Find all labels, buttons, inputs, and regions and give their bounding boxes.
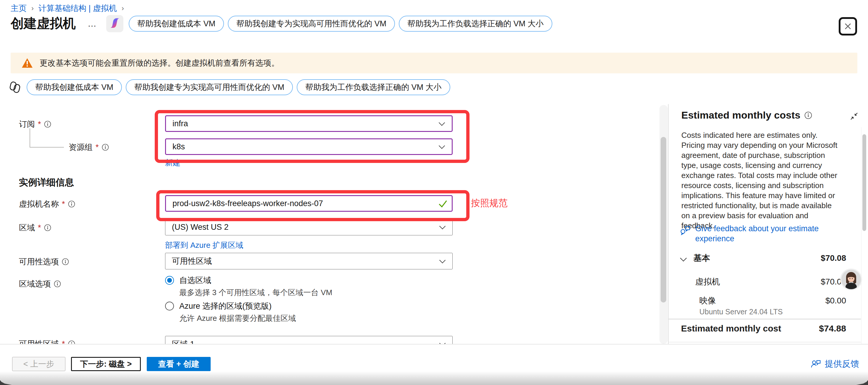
page-title: 创建虚拟机 (11, 15, 76, 32)
copilot-suggestion-right-size[interactable]: 帮助我为工作负载选择正确的 VM 大小 (297, 79, 450, 95)
cost-group-row: 基本 $70.08 (681, 253, 846, 264)
costs-panel-title: Estimated monthly costs (681, 109, 800, 121)
more-options-button[interactable]: … (88, 19, 97, 29)
costs-panel-header: Estimated monthly costs (681, 109, 812, 121)
divider (669, 342, 861, 343)
scrollbar-thumb[interactable] (661, 137, 666, 302)
estimate-feedback-link[interactable]: Give feedback about your estimate experi… (680, 224, 831, 244)
review-create-button[interactable]: 查看 + 创建 (147, 357, 211, 371)
chevron-down-icon[interactable] (680, 255, 687, 262)
zone-options-label: 区域选项 (19, 279, 61, 289)
tree-connector (30, 147, 64, 148)
estimated-costs-panel: Estimated monthly costs Costs indicated … (669, 103, 868, 344)
chevron-down-icon (439, 142, 445, 149)
copilot-icon (108, 18, 121, 30)
zone-option-self-select[interactable]: 自选区域 (165, 275, 211, 286)
info-icon[interactable] (804, 111, 812, 119)
cost-item-amount: $0.00 (826, 296, 846, 306)
subscription-label: 订阅* (19, 119, 51, 130)
chevron-down-icon (439, 223, 445, 229)
cost-item-subtitle: Ubuntu Server 24.04 LTS (700, 308, 783, 316)
costs-disclaimer: Costs indicated here are estimates only.… (681, 130, 838, 231)
chevron-down-icon (439, 340, 445, 344)
cost-item-label: 映像 (700, 295, 716, 306)
copilot-suggestion-high-availability[interactable]: 帮助我创建专为实现高可用性而优化的 VM (126, 79, 293, 95)
window-corner (0, 378, 12, 385)
create-vm-page: 主页 › 计算基础结构 | 虚拟机 › 创建虚拟机 … 帮助我创建低成本 VM … (0, 0, 868, 385)
copilot-suggestion-low-cost[interactable]: 帮助我创建低成本 VM (27, 79, 122, 95)
basics-form: 订阅* infra 资源组* k8s 新建 实例详细信息 虚拟机名称* (0, 103, 660, 344)
avatar-image (840, 268, 862, 290)
previous-button[interactable]: < 上一步 (12, 357, 65, 371)
assistant-avatar[interactable] (840, 268, 862, 290)
page-header: 创建虚拟机 … 帮助我创建低成本 VM 帮助我创建专为实现高可用性而优化的 VM… (11, 15, 556, 32)
copilot-suggestion-high-availability[interactable]: 帮助我创建专为实现高可用性而优化的 VM (228, 16, 395, 32)
form-scrollbar[interactable] (659, 105, 668, 344)
cost-total-amount: $74.88 (819, 323, 846, 333)
info-icon[interactable] (44, 224, 51, 231)
breadcrumb-separator-icon: › (31, 4, 34, 12)
divider (669, 319, 861, 319)
scrollbar-thumb[interactable] (862, 134, 866, 231)
breadcrumb-current[interactable]: 计算基础结构 | 虚拟机 (38, 3, 117, 13)
cost-group-label: 基本 (693, 253, 710, 264)
info-icon[interactable] (68, 340, 75, 344)
availability-options-dropdown[interactable]: 可用性区域 (165, 253, 453, 269)
close-icon (843, 22, 852, 31)
vm-name-input[interactable] (165, 195, 453, 212)
info-icon[interactable] (68, 200, 75, 207)
cost-item-row: 映像 $0.00 (681, 295, 846, 306)
info-icon[interactable] (54, 280, 61, 287)
breadcrumb-home[interactable]: 主页 (11, 3, 27, 13)
copilot-button[interactable] (106, 15, 123, 32)
window-corner (856, 378, 868, 385)
info-icon[interactable] (44, 121, 51, 128)
availability-zone-dropdown[interactable]: 区域 1 (165, 336, 453, 344)
warning-text: 更改基本选项可能会重置所做的选择。创建虚拟机前查看所有选项。 (40, 58, 279, 68)
chevron-down-icon (439, 120, 445, 126)
tree-connector (30, 128, 30, 147)
feedback-person-icon (811, 359, 821, 369)
zone-option-azure-select[interactable]: Azure 选择的区域(预览版) (165, 301, 272, 311)
create-new-resource-group-link[interactable]: 新建 (165, 158, 181, 168)
cost-item-row: 虚拟机 $70.08 (681, 276, 846, 287)
warning-banner: 更改基本选项可能会重置所做的选择。创建虚拟机前查看所有选项。 (11, 53, 857, 73)
collapse-icon (850, 112, 859, 121)
cost-total-label: Estimated monthly cost (681, 323, 781, 333)
valid-check-icon (438, 199, 448, 209)
region-label: 区域* (19, 222, 51, 233)
chevron-down-icon (439, 257, 445, 263)
resource-group-dropdown[interactable]: k8s (165, 138, 453, 155)
window-bottom-edge (0, 372, 868, 385)
breadcrumb: 主页 › 计算基础结构 | 虚拟机 › (11, 3, 124, 13)
info-icon[interactable] (102, 144, 109, 151)
copilot-suggestion-right-size[interactable]: 帮助我为工作负载选择正确的 VM 大小 (399, 16, 552, 32)
copilot-outline-icon (8, 81, 22, 94)
footer-bar: < 上一步 下一步: 磁盘 > 查看 + 创建 提供反馈 (0, 344, 868, 372)
availability-zone-label: 可用性区域* (19, 339, 75, 344)
annotation-note: 按照规范 (471, 197, 508, 210)
radio-selected-icon[interactable] (165, 276, 174, 285)
close-button[interactable] (839, 17, 857, 35)
next-disks-button[interactable]: 下一步: 磁盘 > (71, 357, 141, 371)
breadcrumb-separator-icon: › (122, 4, 124, 12)
zone-option-self-select-desc: 最多选择 3 个可用性区域，每个区域一台 VM (179, 287, 332, 298)
warning-icon (22, 58, 33, 68)
availability-options-label: 可用性选项 (19, 256, 69, 267)
region-dropdown[interactable]: (US) West US 2 (165, 219, 453, 235)
panel-scrollbar[interactable] (861, 127, 867, 344)
subscription-dropdown[interactable]: infra (165, 115, 453, 132)
instance-details-heading: 实例详细信息 (19, 176, 74, 189)
resource-group-label: 资源组* (69, 142, 109, 153)
vm-name-label: 虚拟机名称* (19, 199, 75, 210)
collapse-panel-button[interactable] (850, 112, 859, 122)
extended-zones-link[interactable]: 部署到 Azure 扩展区域 (165, 240, 243, 251)
copilot-suggestion-low-cost[interactable]: 帮助我创建低成本 VM (129, 16, 224, 32)
radio-unselected-icon[interactable] (165, 301, 174, 311)
zone-option-azure-select-desc: 允许 Azure 根据需要分配最佳区域 (179, 313, 296, 323)
copilot-suggestion-row: 帮助我创建低成本 VM 帮助我创建专为实现高可用性而优化的 VM 帮助我为工作负… (8, 79, 454, 95)
give-feedback-link[interactable]: 提供反馈 (811, 358, 859, 370)
cost-total-row: Estimated monthly cost $74.88 (681, 323, 846, 333)
cost-item-label: 虚拟机 (695, 276, 720, 287)
info-icon[interactable] (62, 258, 69, 265)
